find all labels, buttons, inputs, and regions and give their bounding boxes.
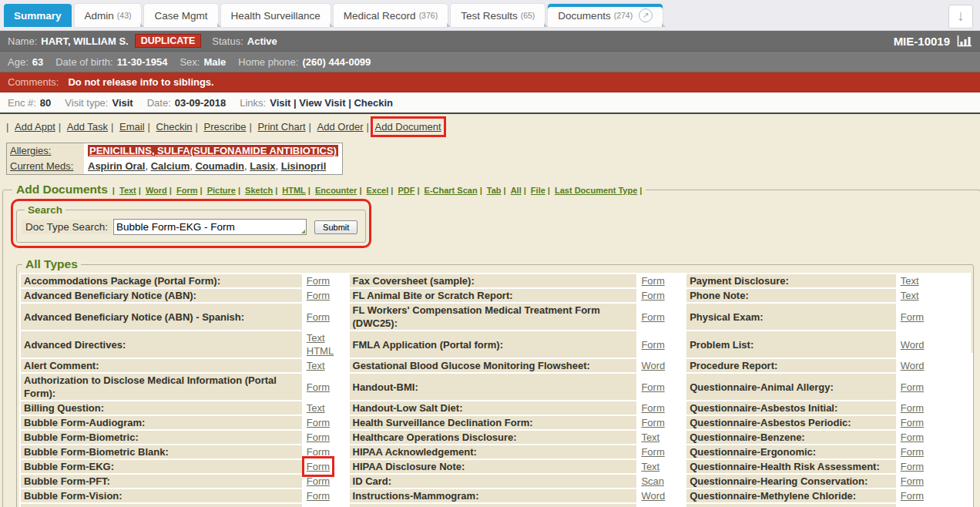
doc-format-link-form[interactable]: Form xyxy=(307,290,330,301)
quick-link-picture[interactable]: Picture xyxy=(207,186,236,195)
allergies-link[interactable]: Allergies: xyxy=(10,145,51,156)
doc-format-link-form[interactable]: Form xyxy=(641,402,664,414)
doc-format-link-text[interactable]: Text xyxy=(307,402,325,414)
chart-icon[interactable] xyxy=(957,35,972,47)
encounter-link-visit[interactable]: Visit xyxy=(270,97,290,109)
doc-format-link-form[interactable]: Form xyxy=(307,475,330,487)
doc-format-link-form[interactable]: Form xyxy=(307,446,330,458)
quick-link-word[interactable]: Word xyxy=(146,186,167,195)
visit-date-label: Date: xyxy=(147,97,171,109)
doc-format-link-form[interactable]: Form xyxy=(901,461,924,472)
doc-format-cell: Form xyxy=(638,274,685,287)
tab-case-mgmt[interactable]: Case Mgmt xyxy=(144,4,217,27)
doc-format-link-word[interactable]: Word xyxy=(641,360,665,371)
doc-format-link-form[interactable]: Form xyxy=(641,275,664,287)
quick-link-excel[interactable]: Excel xyxy=(367,186,389,195)
action-add-appt[interactable]: Add Appt xyxy=(15,121,55,133)
doc-format-link-word[interactable]: Word xyxy=(901,339,925,351)
quick-link-tab[interactable]: Tab xyxy=(487,186,502,195)
action-email[interactable]: Email xyxy=(119,121,145,133)
popout-icon[interactable]: ↗ xyxy=(639,8,653,22)
quick-link-encounter[interactable]: Encounter xyxy=(315,186,357,195)
doc-format-link-html[interactable]: HTML xyxy=(307,345,334,357)
enc-number: 80 xyxy=(40,97,51,109)
action-checkin[interactable]: Checkin xyxy=(156,121,193,133)
quick-link-text[interactable]: Text xyxy=(119,186,136,195)
doc-format-link-form[interactable]: Form xyxy=(641,290,664,301)
doc-format-link-form[interactable]: Form xyxy=(901,417,924,428)
doc-format-cell: Form xyxy=(304,431,348,444)
scrollbar[interactable] xyxy=(968,353,973,507)
med-link-aspirin-oral[interactable]: Aspirin Oral xyxy=(88,160,145,172)
action-add-document[interactable]: Add Document xyxy=(375,121,441,133)
tab-test-results[interactable]: Test Results(65) xyxy=(451,4,545,27)
tab-documents[interactable]: Documents(274)↗ xyxy=(548,4,663,27)
doc-format-link-form[interactable]: Form xyxy=(307,417,330,428)
doc-format-link-form[interactable]: Form xyxy=(641,446,664,458)
table-row: Alert Comment:TextGestational Blood Gluc… xyxy=(21,359,969,372)
doc-format-link-form[interactable]: Form xyxy=(901,490,924,502)
duplicate-badge[interactable]: DUPLICATE xyxy=(135,34,202,48)
visit-type-value: Visit xyxy=(112,97,133,109)
doc-format-link-form[interactable]: Form xyxy=(641,311,664,323)
action-add-order[interactable]: Add Order xyxy=(317,121,364,133)
submit-button[interactable]: Submit xyxy=(314,220,357,234)
doc-format-link-form[interactable]: Form xyxy=(307,490,330,502)
doc-format-link-form[interactable]: Form xyxy=(901,381,924,393)
doc-format-link-form[interactable]: Form xyxy=(307,311,330,323)
doc-type-name: Handout-Low Salt Diet: xyxy=(350,401,637,415)
doc-format-cell: Form xyxy=(638,401,685,415)
doc-format-link-word[interactable]: Word xyxy=(641,490,665,502)
quick-link-all[interactable]: All xyxy=(511,186,522,195)
action-prescribe[interactable]: Prescribe xyxy=(204,121,247,133)
quick-link-file[interactable]: File xyxy=(531,186,545,195)
doc-format-link-form[interactable]: Form xyxy=(901,402,924,414)
doc-format-link-text[interactable]: Text xyxy=(307,360,325,371)
doc-format-link-text[interactable]: Text xyxy=(901,275,919,287)
doc-type-name: Bubble Form-EKG: xyxy=(21,460,302,473)
doc-format-link-word[interactable]: Word xyxy=(901,360,925,371)
med-link-coumadin[interactable]: Coumadin xyxy=(195,160,244,172)
tab-health-surveillance[interactable]: Health Surveillance xyxy=(221,4,331,27)
doc-format-link-form[interactable]: Form xyxy=(901,446,924,458)
encounter-link-view-visit[interactable]: View Visit xyxy=(299,97,345,109)
doc-format-link-text[interactable]: Text xyxy=(641,461,659,472)
med-link-lasix[interactable]: Lasix xyxy=(250,160,275,172)
doc-format-link-scan[interactable]: Scan xyxy=(641,475,664,487)
doc-format-link-text[interactable]: Text xyxy=(307,332,325,344)
quick-link-e-chart-scan[interactable]: E-Chart Scan xyxy=(425,186,478,195)
doc-format-link-form[interactable]: Form xyxy=(307,431,330,443)
quick-link-last-document-type[interactable]: Last Document Type xyxy=(555,186,637,195)
encounter-link-checkin[interactable]: Checkin xyxy=(354,97,393,109)
doc-format-link-form[interactable]: Form xyxy=(901,475,924,487)
tab-admin[interactable]: Admin(43) xyxy=(75,4,142,27)
doc-format-link-text[interactable]: Text xyxy=(641,431,659,443)
current-meds-link[interactable]: Current Meds: xyxy=(10,160,73,172)
quick-link-sketch[interactable]: Sketch xyxy=(245,186,273,195)
quick-link-html[interactable]: HTML xyxy=(282,186,306,195)
tab-summary[interactable]: Summary xyxy=(4,4,72,27)
all-types-panel: All Types Accommodations Package (Portal… xyxy=(16,257,974,507)
doc-format-link-form[interactable]: Form xyxy=(901,311,924,323)
allergy-value-link[interactable]: PENICILLINS, SULFA(SULFONAMIDE ANTIBIOTI… xyxy=(88,145,338,156)
doc-format-link-form[interactable]: Form xyxy=(307,275,330,287)
doc-format-link-form[interactable]: Form xyxy=(641,417,664,428)
patient-status: Active xyxy=(247,35,277,47)
age-label: Age: xyxy=(8,56,29,68)
doc-format-link-text[interactable]: Text xyxy=(901,290,919,301)
table-row: Bubble Form-Biometric:FormHealthcare Ope… xyxy=(21,431,969,444)
quick-link-pdf[interactable]: PDF xyxy=(398,186,414,195)
doc-format-link-form[interactable]: Form xyxy=(307,381,330,393)
action-add-task[interactable]: Add Task xyxy=(67,121,108,133)
tab-medical-record[interactable]: Medical Record(376) xyxy=(334,4,448,27)
med-link-calcium[interactable]: Calcium xyxy=(151,160,190,172)
download-arrow-button[interactable]: ↓ xyxy=(948,5,973,29)
quick-link-form[interactable]: Form xyxy=(176,186,198,195)
doc-format-link-form[interactable]: Form xyxy=(307,461,330,472)
doc-format-link-form[interactable]: Form xyxy=(901,431,924,443)
action-print-chart[interactable]: Print Chart xyxy=(257,121,305,133)
doc-format-link-form[interactable]: Form xyxy=(641,339,664,351)
doc-type-search-input[interactable] xyxy=(113,219,307,235)
doc-format-link-form[interactable]: Form xyxy=(641,381,664,393)
med-link-lisinopril[interactable]: Lisinopril xyxy=(281,160,327,172)
